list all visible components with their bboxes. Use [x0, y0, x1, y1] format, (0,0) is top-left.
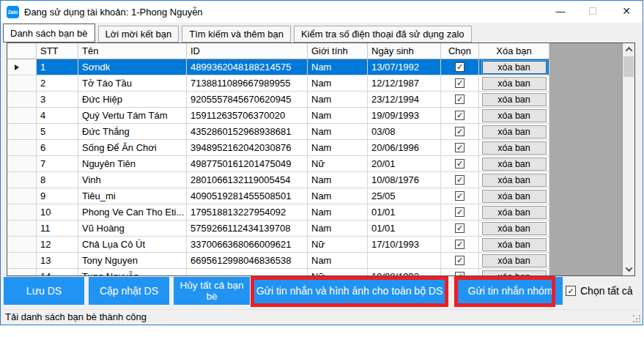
cell-ten[interactable]: Quý Vertu Tám Tám	[78, 108, 187, 124]
delete-friend-button[interactable]: xóa ban	[482, 206, 547, 219]
table-row[interactable]: 10Phong Ve Can Tho Eti...179518813227954…	[7, 204, 549, 221]
row-checkbox[interactable]: ✓	[455, 207, 465, 217]
cell-gioi-tinh[interactable]: Nam	[308, 75, 368, 92]
table-row[interactable]: 3Đức Hiệp9205557845670620945Nam23/12/199…	[7, 92, 549, 108]
tab-tim-kiem-va-them-ban[interactable]: Tìm kiếm và thêm bạn	[182, 26, 291, 42]
cell-ten[interactable]: Tung Nguyễn	[78, 269, 187, 275]
row-checkbox[interactable]: ✓	[455, 175, 465, 185]
cell-id[interactable]: 4899362048188214575	[187, 59, 308, 75]
row-selector-cell[interactable]	[7, 221, 37, 237]
scroll-down-icon[interactable]	[623, 263, 634, 275]
delete-friend-button[interactable]: xóa ban	[482, 270, 547, 276]
update-list-button[interactable]: Cập nhật DS	[89, 277, 169, 305]
cell-id[interactable]: 3948952162042030876	[187, 140, 308, 156]
cell-ngay-sinh[interactable]: 25/05	[368, 188, 441, 204]
cell-id[interactable]: 4090519281455508501	[187, 188, 308, 204]
column-header-ngay-sinh[interactable]: Ngày sinh	[368, 43, 441, 59]
table-row[interactable]: 5Đức Thắng4352860152968938681Nam03/08✓xó…	[7, 124, 549, 140]
delete-friend-button[interactable]: xóa ban	[482, 109, 547, 122]
row-selector-cell[interactable]	[7, 172, 37, 188]
cell-id[interactable]: 5759266112434139708	[187, 221, 308, 237]
cell-ngay-sinh[interactable]: 12/12/1987	[368, 75, 441, 92]
cell-stt[interactable]: 13	[37, 253, 78, 269]
close-icon[interactable]: ✕	[613, 1, 640, 21]
save-list-button[interactable]: Lưu DS	[4, 277, 84, 305]
row-checkbox[interactable]: ✓	[455, 127, 465, 136]
cell-ngay-sinh[interactable]: 13/07/1992	[368, 59, 441, 75]
cell-ngay-sinh[interactable]: 03/08	[368, 124, 441, 140]
unfriend-all-button[interactable]: Hủy tất cả bạn bè	[174, 277, 250, 305]
cell-gioi-tinh[interactable]: Nam	[308, 108, 368, 124]
row-checkbox[interactable]: ✓	[455, 223, 465, 233]
delete-friend-button[interactable]: xóa ban	[482, 238, 547, 251]
column-header-chon[interactable]: Chọn	[441, 43, 479, 59]
row-selector-cell[interactable]	[7, 253, 37, 269]
row-checkbox[interactable]: ✓	[455, 62, 465, 72]
delete-friend-button[interactable]: xóa ban	[482, 141, 547, 155]
table-row[interactable]: 12Chả Lụa Cô Út3370066368066009621Nữ17/1…	[7, 237, 549, 253]
row-checkbox[interactable]: ✓	[455, 256, 465, 265]
minimize-icon[interactable]: —	[549, 1, 572, 21]
delete-friend-button[interactable]: xóa ban	[482, 158, 547, 171]
delete-friend-button[interactable]: xóa ban	[482, 61, 547, 74]
cell-ten[interactable]: Tony Nguyen	[78, 253, 187, 269]
cell-ten[interactable]: Đức Hiệp	[78, 92, 187, 108]
row-selector-cell[interactable]	[7, 140, 37, 156]
column-header-id[interactable]: ID	[187, 43, 308, 59]
row-selector-cell[interactable]	[7, 204, 37, 221]
cell-ngay-sinh[interactable]: 19/09/1993	[368, 108, 441, 124]
cell-ten[interactable]: Tiêu_mi	[78, 188, 187, 204]
cell-id[interactable]: 4352860152968938681	[187, 124, 308, 140]
delete-friend-button[interactable]: xóa ban	[482, 77, 547, 90]
table-row[interactable]: 11Vũ Hoàng5759266112434139708Nam01/01✓xó…	[7, 221, 549, 237]
scrollbar-thumb[interactable]	[623, 56, 634, 77]
cell-gioi-tinh[interactable]: Nam	[308, 59, 368, 75]
select-all-checkbox[interactable]: ✓	[566, 286, 576, 296]
vertical-scrollbar[interactable]	[622, 43, 634, 275]
cell-ngay-sinh[interactable]: 20/01	[368, 156, 441, 172]
cell-ngay-sinh[interactable]: 17/10/1993	[368, 237, 441, 253]
cell-id[interactable]: 2801066132119005454	[187, 172, 308, 188]
row-selector-cell[interactable]	[7, 59, 37, 75]
cell-id[interactable]	[187, 269, 308, 275]
cell-ten[interactable]: Đức Thắng	[78, 124, 187, 140]
row-selector-cell[interactable]	[7, 269, 37, 275]
cell-stt[interactable]: 10	[37, 204, 78, 221]
cell-gioi-tinh[interactable]: Nam	[308, 204, 368, 221]
cell-ten[interactable]: Phong Ve Can Tho Eti...	[78, 204, 187, 221]
cell-stt[interactable]: 2	[37, 75, 78, 92]
cell-gioi-tinh[interactable]: Nam	[308, 140, 368, 156]
row-selector-cell[interactable]	[7, 156, 37, 172]
cell-ngay-sinh[interactable]: 10/08/1976	[368, 172, 441, 188]
cell-gioi-tinh[interactable]: Nam	[308, 92, 368, 108]
cell-gioi-tinh[interactable]: Nam	[308, 188, 368, 204]
row-checkbox[interactable]: ✓	[455, 143, 465, 152]
cell-stt[interactable]: 11	[37, 221, 78, 237]
column-header-stt[interactable]: STT	[37, 43, 78, 59]
cell-id[interactable]: 4987750161201475049	[187, 156, 308, 172]
cell-id[interactable]: 179518813227954092	[187, 204, 308, 221]
row-selector-cell[interactable]	[7, 92, 37, 108]
table-row[interactable]: 8Vinh2801066132119005454Nam10/08/1976✓xó…	[7, 172, 549, 188]
row-checkbox[interactable]: ✓	[455, 159, 465, 168]
cell-stt[interactable]: 7	[37, 156, 78, 172]
cell-gioi-tinh[interactable]: Nữ	[308, 237, 368, 253]
tab-loi-moi-ket-ban[interactable]: Lời mời kết bạn	[98, 26, 179, 42]
column-header-xoa-ban[interactable]: Xóa bạn	[479, 43, 549, 59]
row-selector-cell[interactable]	[7, 237, 37, 253]
table-row[interactable]: 2Tở Táo Tầu7138811089667989955Nam12/12/1…	[7, 75, 549, 92]
row-checkbox[interactable]: ✓	[455, 272, 465, 275]
cell-gioi-tinh[interactable]: Nữ	[308, 269, 368, 275]
column-header-gioi-tinh[interactable]: Giới tính	[308, 43, 368, 59]
row-selector-cell[interactable]	[7, 108, 37, 124]
resize-grip-icon[interactable]	[633, 315, 634, 316]
scroll-up-icon[interactable]	[623, 43, 634, 56]
cell-ngay-sinh[interactable]: 10/08/1992	[368, 269, 441, 275]
table-row[interactable]: 7Nguyên Tiên4987750161201475049Nữ20/01✓x…	[7, 156, 549, 172]
cell-ngay-sinh[interactable]: 01/01	[368, 221, 441, 237]
cell-id[interactable]: 7138811089667989955	[187, 75, 308, 92]
cell-gioi-tinh[interactable]: Nam	[308, 221, 368, 237]
cell-stt[interactable]: 4	[37, 108, 78, 124]
cell-ten[interactable]: Sống Để Ăn Chơi	[78, 140, 187, 156]
cell-id[interactable]: 9205557845670620945	[187, 92, 308, 108]
